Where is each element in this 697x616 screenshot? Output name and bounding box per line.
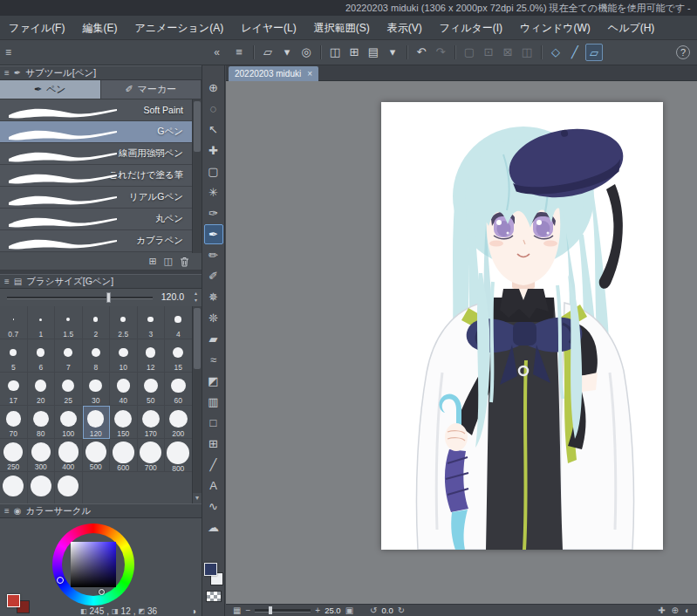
paste-new-icon[interactable]: ⊞ xyxy=(345,44,363,61)
sv-marker[interactable] xyxy=(99,589,105,595)
import-subtool-icon[interactable]: ⊞ xyxy=(148,257,156,266)
snap-to-special-ruler-icon[interactable]: ╱ xyxy=(566,44,584,61)
brush-size-cell[interactable]: 5 xyxy=(0,339,28,373)
brush-size-cell[interactable]: 12 xyxy=(138,339,166,373)
tool-gradient[interactable]: ▥ xyxy=(204,392,223,412)
register-material-icon[interactable]: ◎ xyxy=(297,44,315,61)
display-mode-icon[interactable]: ◐ xyxy=(685,605,690,616)
brush-size-cell[interactable]: 30 xyxy=(83,373,111,406)
size-grid-scrollbar[interactable]: ▾ xyxy=(192,306,202,503)
brush-item[interactable]: Gペン xyxy=(0,121,192,143)
menu-view[interactable]: 表示(V) xyxy=(379,16,431,40)
scrollbar-thumb[interactable] xyxy=(194,101,201,152)
undo-icon[interactable]: ↶ xyxy=(413,44,430,61)
tool-zoom[interactable]: ⊕ xyxy=(204,78,223,98)
front-color-swatch[interactable] xyxy=(7,594,20,607)
color-wheel[interactable] xyxy=(52,524,134,606)
close-icon[interactable]: × xyxy=(307,69,312,79)
brush-size-cell[interactable]: 170 xyxy=(138,406,166,439)
brush-item[interactable]: カブラペン xyxy=(0,230,192,252)
brush-size-slider-handle[interactable] xyxy=(106,292,111,303)
hue-marker[interactable] xyxy=(57,577,64,584)
brush-size-cell[interactable]: 0.7 xyxy=(0,306,28,339)
tool-layer-move[interactable]: ✚ xyxy=(204,140,223,161)
brush-item[interactable]: 丸ペン xyxy=(0,209,192,230)
brush-size-cell[interactable]: 10 xyxy=(110,339,138,373)
tool-brush[interactable]: ✐ xyxy=(204,266,223,286)
brush-size-cell[interactable]: 7 xyxy=(55,339,83,373)
brush-size-cell[interactable]: 4 xyxy=(165,306,193,339)
brush-size-cell[interactable]: 250 xyxy=(0,439,28,472)
collapse-dock-icon[interactable]: « xyxy=(214,46,220,58)
scroll-down-icon[interactable]: ▾ xyxy=(193,493,202,503)
duplicate-subtool-icon[interactable]: ◫ xyxy=(164,257,173,266)
tool-marquee[interactable]: ▢ xyxy=(204,161,223,181)
delete-subtool-icon[interactable] xyxy=(180,257,189,267)
menu-filter[interactable]: フィルター(I) xyxy=(431,16,511,40)
brush-size-cell[interactable]: 150 xyxy=(110,406,138,439)
brush-size-cell[interactable]: 300 xyxy=(28,439,56,472)
brush-size-cell-partial[interactable] xyxy=(0,472,28,503)
scrollbar-thumb[interactable] xyxy=(194,308,201,369)
zoom-value[interactable]: 25.0 xyxy=(325,606,341,615)
zoom-slider-handle[interactable] xyxy=(269,606,272,614)
menu-layer[interactable]: レイヤー(L) xyxy=(232,16,305,40)
panel-menu-icon[interactable]: ≡ xyxy=(4,68,10,78)
brush-size-cell-partial[interactable] xyxy=(28,472,56,503)
tool-operate[interactable]: ↖ xyxy=(204,120,223,140)
panel-menu-icon[interactable]: ≡ xyxy=(5,46,11,58)
tool-eraser[interactable]: ▰ xyxy=(204,329,223,349)
tool-pan[interactable]: ◌ xyxy=(204,99,223,119)
document-tab[interactable]: 20220203 miduki × xyxy=(229,66,318,81)
brush-size-cell[interactable]: 50 xyxy=(138,373,166,406)
panel-menu-icon[interactable]: ≡ xyxy=(4,506,10,516)
subtool-tab-marker[interactable]: ✐マーカー xyxy=(101,80,202,99)
tool-balloon[interactable]: ☁ xyxy=(204,517,223,537)
brush-item[interactable]: Soft Paint xyxy=(0,99,192,121)
transparent-color-swatch[interactable] xyxy=(206,591,222,602)
tool-pencil[interactable]: ✏ xyxy=(204,245,223,265)
brush-item[interactable]: 線画用強弱ペン xyxy=(0,143,192,165)
brush-size-cell[interactable]: 1 xyxy=(28,306,56,339)
tool-figure[interactable]: □ xyxy=(204,413,223,433)
panel-menu-icon[interactable]: ≡ xyxy=(4,277,10,286)
zoom-in-icon[interactable]: + xyxy=(315,605,320,616)
tool-text[interactable]: A xyxy=(204,476,223,496)
color-mode-toggle-icon[interactable]: ◑ xyxy=(191,606,196,616)
brush-size-cell[interactable]: 6 xyxy=(28,339,56,373)
rotate-right-icon[interactable]: ↻ xyxy=(398,605,405,616)
brush-size-cell[interactable]: 15 xyxy=(165,339,193,373)
tool-eyedropper[interactable]: ✑ xyxy=(204,203,223,223)
tool-line-correction[interactable]: ∿ xyxy=(204,496,223,517)
brush-size-cell[interactable]: 60 xyxy=(165,373,193,406)
saturation-value-square[interactable] xyxy=(71,542,116,587)
brush-size-cell[interactable]: 120 xyxy=(83,406,111,439)
chevron-down-icon[interactable]: ▾ xyxy=(278,44,296,61)
brush-size-cell[interactable]: 500 xyxy=(83,439,111,472)
brush-size-cell[interactable]: 70 xyxy=(0,406,28,439)
rotate-left-icon[interactable]: ↺ xyxy=(370,605,377,616)
brush-size-stepper[interactable]: ▴▾ xyxy=(195,290,197,304)
menu-window[interactable]: ウィンドウ(W) xyxy=(511,16,599,40)
brush-size-cell[interactable]: 2.5 xyxy=(110,306,138,339)
menu-selection[interactable]: 選択範囲(S) xyxy=(305,16,379,40)
help-icon[interactable]: ? xyxy=(676,45,690,59)
snap-to-grid-icon[interactable]: ▱ xyxy=(585,44,603,61)
brush-size-cell[interactable]: 8 xyxy=(83,339,111,373)
zoom-out-icon[interactable]: − xyxy=(245,605,250,616)
navigator-icon[interactable]: ▦ xyxy=(233,605,241,616)
brush-size-cell[interactable]: 17 xyxy=(0,373,28,406)
brush-size-cell[interactable]: 800 xyxy=(165,439,193,472)
zoom-tool-icon[interactable]: ⊕ xyxy=(672,605,679,616)
tool-airbrush[interactable]: ✵ xyxy=(204,287,223,307)
tool-frame-border[interactable]: ⊞ xyxy=(204,434,223,454)
move-canvas-icon[interactable]: ✚ xyxy=(658,605,665,616)
new-canvas-icon[interactable]: ▱ xyxy=(259,44,277,61)
redo-icon[interactable]: ↷ xyxy=(432,44,449,61)
brush-list-scrollbar[interactable] xyxy=(192,99,202,253)
brush-size-cell-partial[interactable] xyxy=(55,472,83,503)
print-icon[interactable]: ▤ xyxy=(365,44,382,61)
brush-size-cell[interactable]: 1.5 xyxy=(55,306,83,339)
deselect-icon[interactable]: ▢ xyxy=(461,44,478,61)
brush-size-value[interactable]: 120.0 xyxy=(161,291,184,302)
